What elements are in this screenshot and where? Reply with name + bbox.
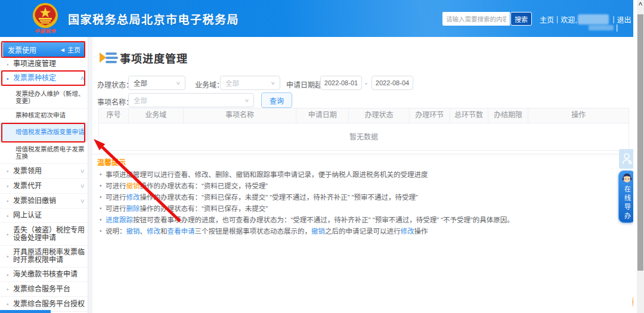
domain-select-value: 全部 bbox=[225, 78, 239, 88]
sidebar-section-title: 发票使用 bbox=[8, 45, 36, 55]
tip-line: 进度跟踪按钮可查看事项办理的进度，也可查看办理状态为：“受理不通过，待补齐补正”… bbox=[100, 216, 624, 225]
tip-text: 操作的办理状态有：“资料已提交，待受理” bbox=[140, 182, 268, 190]
user-guide-widget[interactable] bbox=[619, 149, 635, 169]
sidebar-home-button[interactable]: ◄ 主页 bbox=[60, 45, 80, 54]
page-title-row: 事项进度管理 bbox=[99, 50, 188, 66]
tip-text: 之后的申请记录可以进行 bbox=[325, 228, 401, 235]
tip-text: 说明： bbox=[106, 228, 126, 235]
chevron-down-icon: ∨ bbox=[176, 80, 181, 86]
sidebar-item[interactable]: 增值税发票改版变量申请 bbox=[0, 122, 88, 141]
tip-line: 可进行撤销操作的办理状态有：“资料已提交，待受理” bbox=[100, 182, 624, 191]
home-link[interactable]: 主页 bbox=[540, 14, 554, 24]
sidebar-item[interactable]: 海关缴款书核查申请 bbox=[0, 267, 88, 281]
header-search: 搜索 bbox=[442, 12, 532, 26]
sidebar-item-label: 海关缴款书核查申请 bbox=[13, 271, 78, 278]
table-empty-state: 暂无数据 bbox=[99, 123, 628, 150]
nav-separator: | bbox=[616, 23, 618, 32]
table-column-header: 事项名称 bbox=[184, 109, 297, 123]
chevron-up-icon: ∧ bbox=[80, 75, 85, 82]
date-to-input[interactable]: 2022-08-04 bbox=[371, 76, 413, 90]
sidebar-menu: 事项进度管理发票票种核定∧发票经办人维护（新增、变更）票种核定初次申请增值税发票… bbox=[0, 57, 88, 313]
sidebar-item-label: 发票领用 bbox=[13, 168, 42, 175]
chevron-down-icon: ∨ bbox=[80, 197, 85, 205]
sidebar-item-label: 发票验旧缴销 bbox=[13, 197, 56, 205]
status-select[interactable]: 全部 ∨ bbox=[128, 76, 185, 90]
sidebar-item[interactable]: 票种核定初次申请 bbox=[0, 108, 88, 122]
tip-text: 可进行 bbox=[106, 182, 126, 190]
username-redacted bbox=[578, 14, 609, 24]
scrollbar-thumb[interactable] bbox=[637, 14, 643, 271]
tip-text: 三个按钮是根据事项状态动态展示的， bbox=[195, 228, 312, 235]
sidebar-item-label: 发票经办人维护（新增、变更） bbox=[16, 90, 85, 104]
date-dash: - bbox=[365, 79, 367, 88]
sidebar-item-label: 发票综合服务平台授权 bbox=[13, 300, 85, 308]
table-header-row: 序号业务域事项名称申请日期办理状态办理环节总环节数办结期限操作 bbox=[99, 109, 628, 123]
headset-avatar-icon bbox=[622, 173, 632, 183]
tip-keyword: 撤销 bbox=[126, 182, 140, 190]
sidebar-item-label: 事项进度管理 bbox=[13, 60, 56, 68]
sidebar: 发票使用 ◄ 主页 事项进度管理发票票种核定∧发票经办人维护（新增、变更）票种核… bbox=[0, 37, 88, 313]
table-column-header: 总环节数 bbox=[450, 109, 488, 123]
sidebar-item[interactable]: 发票经办人维护（新增、变更） bbox=[0, 85, 88, 108]
query-button[interactable]: 查询 bbox=[261, 92, 292, 108]
online-guide-label: 在线导办 bbox=[623, 185, 632, 221]
national-emblem-logo bbox=[31, 2, 60, 29]
sidebar-section-header[interactable]: 发票使用 ◄ 主页 bbox=[3, 42, 85, 57]
domain-select[interactable]: 全部 ∨ bbox=[220, 76, 280, 90]
tip-text: 、 bbox=[140, 228, 147, 235]
sidebar-item[interactable]: 事项进度管理 bbox=[0, 57, 88, 71]
table-column-header: 操作 bbox=[528, 109, 628, 123]
domain-filter-label: 业务域： bbox=[195, 79, 224, 89]
item-name-select[interactable]: 全部 ∨ bbox=[128, 93, 254, 107]
chevron-down-icon: ∨ bbox=[271, 80, 276, 86]
sidebar-item[interactable]: 发票验旧缴销∨ bbox=[0, 193, 88, 208]
item-name-filter-label: 事项名称： bbox=[97, 97, 133, 107]
tip-text: 按钮可查看事项办理的进度，也可查看办理状态为：“受理不通过，待补齐补正” “预审… bbox=[133, 216, 514, 224]
scroll-up-arrow-icon[interactable]: ∧ bbox=[636, 1, 644, 7]
search-button[interactable]: 搜索 bbox=[510, 12, 532, 26]
vertical-scrollbar[interactable]: ∧ bbox=[637, 0, 644, 313]
sidebar-item[interactable]: 开具原适用税率发票临时开票权限申请 bbox=[0, 245, 88, 267]
sidebar-item-label: 丢失（被盗）税控专用设备处理申请 bbox=[13, 227, 85, 242]
page-title-icon bbox=[99, 51, 118, 65]
logout-link[interactable]: 退出 bbox=[617, 14, 631, 24]
sidebar-item-label: 发票综合服务平台 bbox=[13, 286, 70, 293]
company-redacted bbox=[589, 25, 614, 30]
progress-table: 序号业务域事项名称申请日期办理状态办理环节总环节数办结期限操作 暂无数据 bbox=[98, 108, 629, 151]
search-input[interactable] bbox=[442, 12, 510, 26]
tip-text: 操作 bbox=[414, 228, 428, 235]
tip-text: 和 bbox=[160, 228, 168, 235]
chevron-down-icon: ∨ bbox=[80, 168, 85, 175]
status-filter-label: 办理状态： bbox=[97, 79, 133, 89]
sidebar-item[interactable]: 增值税发票纸质电子发票互换 bbox=[0, 141, 88, 163]
sidebar-item[interactable]: 发票领用∨ bbox=[0, 163, 88, 178]
top-header: 中国税务 国家税务总局北京市电子税务局 搜索 主页 | 欢迎, | 退出 | bbox=[0, 0, 633, 37]
tip-text: 操作的办理状态有：“资料已保存，未提交” “受理不通过，待补齐补正” “预审不通… bbox=[140, 194, 418, 201]
tips-list: 事项进度管理可以进行查看、修改、删除、撤销和跟踪事项申请记录，便于纳税人跟进税务… bbox=[100, 171, 624, 238]
table-column-header: 办结期限 bbox=[488, 109, 529, 123]
tip-text: 操作的办理状态有：“资料已保存，未提交” bbox=[140, 205, 268, 212]
sidebar-item-label: 开具原适用税率发票临时开票权限申请 bbox=[13, 249, 85, 264]
nav-separator: | bbox=[556, 15, 558, 23]
sidebar-item[interactable]: 丢失（被盗）税控专用设备处理申请 bbox=[0, 222, 88, 245]
tip-line: 说明：撤销、修改和查看申请三个按钮是根据事项状态动态展示的，撤销之后的申请记录可… bbox=[100, 227, 624, 236]
section-divider bbox=[92, 154, 633, 154]
table-column-header: 序号 bbox=[99, 109, 129, 123]
sidebar-item[interactable]: 发票综合服务平台 bbox=[0, 281, 88, 296]
sidebar-item[interactable]: 发票票种核定∧ bbox=[0, 71, 88, 85]
chevron-down-icon: ∨ bbox=[244, 98, 250, 103]
tip-keyword: 删除 bbox=[126, 205, 140, 212]
tip-keyword: 撤销 bbox=[311, 228, 325, 235]
sidebar-item[interactable]: 网上认证 bbox=[0, 208, 88, 222]
user-nav: 主页 | 欢迎, | 退出 | bbox=[540, 14, 635, 24]
tip-line: 可进行修改操作的办理状态有：“资料已保存，未提交” “受理不通过，待补齐补正” … bbox=[100, 193, 624, 202]
tip-keyword: 修改 bbox=[147, 228, 160, 235]
sidebar-item-label: 增值税发票改版变量申请 bbox=[16, 128, 85, 135]
person-star-icon bbox=[622, 153, 633, 166]
sidebar-item[interactable]: 发票综合服务平台授权 bbox=[0, 296, 88, 311]
date-from-input[interactable]: 2022-08-01 bbox=[320, 76, 362, 90]
tip-keyword: 撤销 bbox=[126, 228, 140, 235]
nav-separator: | bbox=[612, 15, 614, 23]
tip-text: 事项进度管理可以进行查看、修改、删除、撤销和跟踪事项申请记录，便于纳税人跟进税务… bbox=[106, 171, 428, 178]
sidebar-item[interactable]: 发票代开∨ bbox=[0, 178, 88, 193]
